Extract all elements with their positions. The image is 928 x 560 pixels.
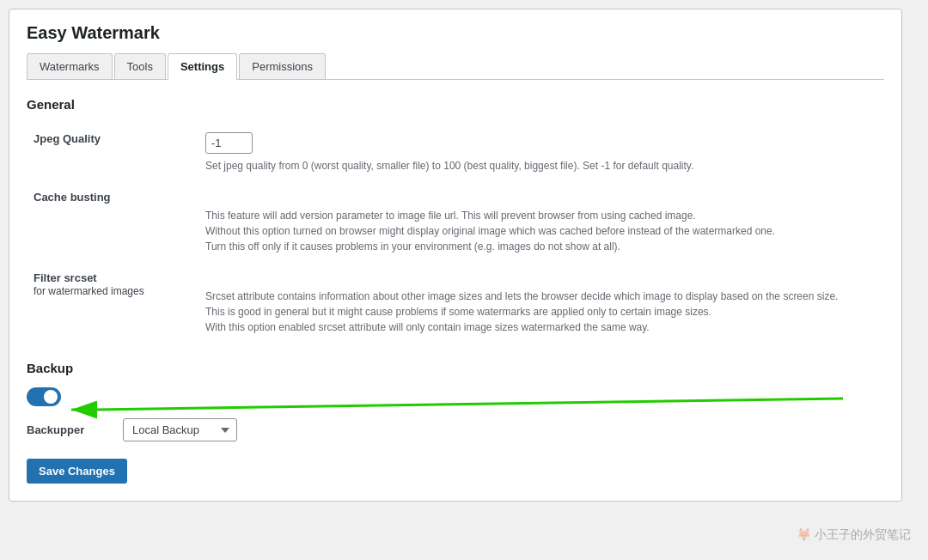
backup-toggle[interactable]: [27, 387, 61, 406]
settings-panel: Easy Watermark Watermarks Tools Settings…: [9, 9, 902, 502]
backup-toggle-row: [27, 387, 884, 406]
svg-line-2: [95, 399, 843, 410]
watermark-overlay: 🦊 小王子的外贸笔记: [797, 527, 911, 543]
backup-section-title: Backup: [27, 361, 884, 375]
general-settings-table: Jpeg Quality Set jpeg quality from 0 (wo…: [27, 124, 884, 344]
tab-settings[interactable]: Settings: [168, 53, 237, 80]
backup-section: Backup Backupper Local Backu: [27, 361, 884, 441]
tab-tools[interactable]: Tools: [114, 53, 166, 79]
jpeg-quality-description: Set jpeg quality from 0 (worst quality, …: [205, 158, 877, 173]
filter-srcset-label: Filter srcset for watermarked images: [27, 263, 198, 344]
tab-watermarks[interactable]: Watermarks: [27, 53, 113, 79]
backupper-row: Backupper Local Backup Remote Backup: [27, 418, 884, 441]
tab-permissions[interactable]: Permissions: [239, 53, 326, 79]
backupper-select[interactable]: Local Backup Remote Backup: [123, 418, 237, 441]
filter-srcset-description: Srcset attribute contains information ab…: [205, 289, 877, 335]
jpeg-quality-label: Jpeg Quality: [27, 124, 198, 182]
app-title: Easy Watermark: [27, 23, 884, 43]
jpeg-quality-input[interactable]: [205, 132, 253, 154]
jpeg-quality-row: Jpeg Quality Set jpeg quality from 0 (wo…: [27, 124, 884, 182]
general-section-title: General: [27, 97, 884, 112]
cache-busting-description: This feature will add version parameter …: [205, 208, 877, 254]
save-button[interactable]: Save Changes: [27, 459, 127, 484]
filter-srcset-row: Filter srcset for watermarked images Src…: [27, 263, 884, 344]
tab-bar: Watermarks Tools Settings Permissions: [27, 53, 884, 80]
backupper-label: Backupper: [27, 423, 113, 436]
cache-busting-row: Cache busting This feature will add vers…: [27, 182, 884, 263]
cache-busting-label: Cache busting: [27, 182, 198, 263]
